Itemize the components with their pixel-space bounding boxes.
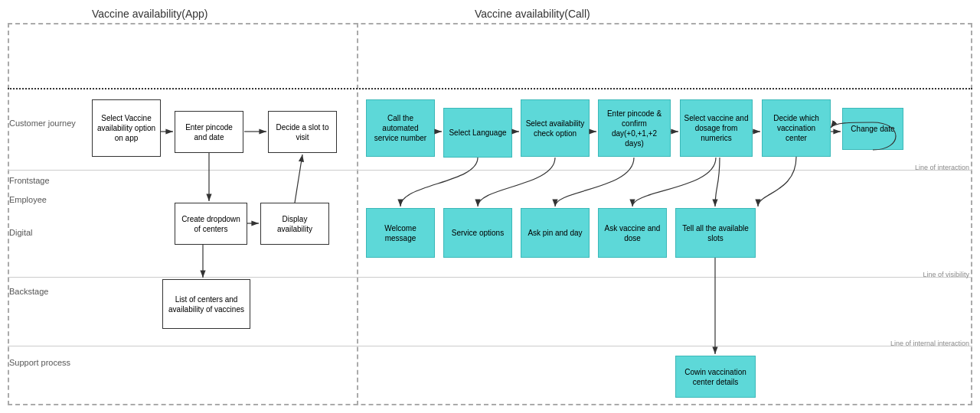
call-box-c1: Call the automated service number	[366, 99, 435, 157]
line-interaction	[8, 170, 972, 171]
call-box-d1: Welcome message	[366, 208, 435, 258]
section-divider	[357, 23, 358, 405]
call-section-title: Vaccine availability(Call)	[475, 8, 590, 20]
label-support-process: Support process	[9, 358, 70, 367]
line-visibility-label: Line of visibility	[923, 271, 969, 278]
app-box-b1: List of centers and availability of vacc…	[162, 279, 250, 329]
app-section-title: Vaccine availability(App)	[92, 8, 207, 20]
call-box-c4: Enter pincode & confirm day(+0,+1,+2 day…	[598, 99, 671, 157]
call-box-d2: Service options	[443, 208, 512, 258]
line-visibility	[8, 277, 972, 278]
main-container: Vaccine availability(App) Vaccine availa…	[0, 0, 980, 413]
label-customer-journey: Customer journey	[9, 119, 76, 128]
label-digital: Digital	[9, 228, 33, 237]
line-internal-label: Line of internal interaction	[890, 340, 969, 347]
call-box-c3: Select availability check option	[521, 99, 590, 157]
line-internal	[8, 346, 972, 346]
call-box-d3: Ask pin and day	[521, 208, 590, 258]
call-box-d4: Ask vaccine and dose	[598, 208, 667, 258]
call-box-c6: Decide which vaccination center	[762, 99, 831, 157]
arrows-layer	[0, 0, 980, 413]
call-box-d5: Tell all the available slots	[675, 208, 756, 258]
app-box-c3: Decide a slot to visit	[268, 111, 337, 153]
app-box-d2: Display availability	[260, 203, 329, 245]
line-interaction-label: Line of interaction	[915, 164, 969, 171]
dotted-separator	[8, 88, 972, 89]
call-box-c2: Select Language	[443, 108, 512, 158]
call-box-c5: Select vaccine and dosage from numerics	[680, 99, 753, 157]
call-box-c7: Change date	[842, 108, 903, 150]
label-frontstage: Frontstage	[9, 176, 50, 185]
svg-line-6	[295, 154, 302, 203]
call-box-s1: Cowin vaccination center details	[675, 356, 756, 398]
label-employee: Employee	[9, 195, 47, 204]
app-box-d1: Create dropdown of centers	[175, 203, 247, 245]
app-box-c2: Enter pincode and date	[175, 111, 243, 153]
label-backstage: Backstage	[9, 287, 48, 296]
app-box-c1: Select Vaccine availability option on ap…	[92, 99, 161, 157]
